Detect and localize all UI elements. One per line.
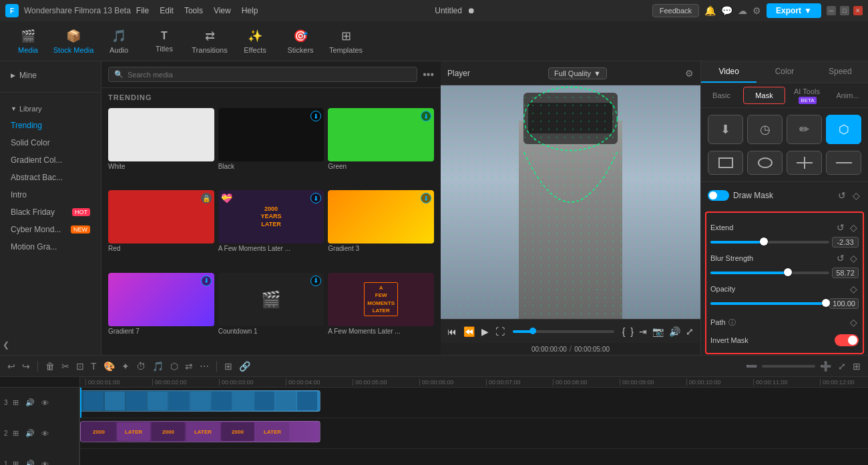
- track-3-vol-btn[interactable]: 🔊: [23, 396, 37, 409]
- tl-crop-btn[interactable]: ⊡: [74, 359, 86, 374]
- nav-audio[interactable]: 🎵 Audio: [97, 24, 140, 59]
- media-item-gradient7[interactable]: ⬇ Gradient 7: [108, 273, 214, 351]
- menu-tools[interactable]: Tools: [184, 6, 203, 15]
- maximize-button[interactable]: □: [840, 6, 849, 15]
- time-handle[interactable]: [529, 328, 536, 334]
- blur-slider[interactable]: [710, 272, 829, 274]
- export-button[interactable]: Export ▼: [767, 3, 821, 18]
- expand-button[interactable]: ⤢: [684, 325, 695, 338]
- sidebar-item-solid-color[interactable]: Solid Color: [0, 134, 101, 151]
- close-button[interactable]: ✕: [853, 6, 863, 15]
- tl-fit-btn[interactable]: ⤢: [836, 359, 848, 374]
- sidebar-item-intro[interactable]: Intro: [0, 186, 101, 203]
- media-item-black[interactable]: ⬇ Black: [218, 108, 324, 186]
- track-1-layer-btn[interactable]: ⊞: [11, 458, 21, 465]
- panel-collapse-btn[interactable]: ❮: [0, 335, 12, 355]
- feedback-button[interactable]: Feedback: [652, 4, 699, 17]
- sidebar-item-gradient-col[interactable]: Gradient Col...: [0, 151, 101, 169]
- track-3-layer-btn[interactable]: ⊞: [11, 396, 21, 409]
- tl-redo-btn[interactable]: ↪: [20, 359, 32, 374]
- nav-media[interactable]: 🎬 Media: [7, 24, 49, 59]
- tab-mask[interactable]: Mask: [743, 87, 785, 104]
- snapshot-button[interactable]: 📷: [651, 325, 665, 338]
- media-item-white[interactable]: White: [108, 108, 214, 186]
- volume-button[interactable]: 🔊: [668, 325, 682, 338]
- extend-slider[interactable]: [710, 241, 829, 244]
- mask-cross-btn[interactable]: [787, 151, 822, 175]
- mark-in-button[interactable]: {: [621, 325, 627, 338]
- tab-speed[interactable]: Speed: [813, 61, 868, 83]
- tl-text-btn[interactable]: T: [89, 359, 99, 374]
- tl-audio-btn[interactable]: 🎵: [150, 359, 166, 374]
- media-item-few-moments-2[interactable]: AFEWMOMENTSLATER A Few Moments Later ...: [328, 273, 434, 351]
- icon-settings[interactable]: ⚙: [752, 5, 761, 16]
- track-2-vol-btn[interactable]: 🔊: [23, 427, 37, 440]
- media-item-green[interactable]: ⬇ Green: [328, 108, 434, 186]
- icon-cloud[interactable]: ☁: [738, 5, 747, 16]
- nav-templates[interactable]: ⊞ Templates: [324, 24, 367, 59]
- search-input[interactable]: [128, 71, 411, 79]
- mask-download-btn[interactable]: ⬇: [708, 115, 743, 144]
- draw-mask-diamond-btn[interactable]: ◇: [851, 189, 861, 202]
- sidebar-item-abstract-bac[interactable]: Abstract Bac...: [0, 169, 101, 186]
- tl-speed-btn[interactable]: ⏱: [134, 359, 148, 374]
- extend-handle[interactable]: [760, 238, 768, 246]
- icon-bell[interactable]: 🔔: [704, 5, 716, 16]
- opacity-handle[interactable]: [822, 299, 830, 307]
- media-item-gradient3[interactable]: ⬇ Gradient 3: [328, 190, 434, 268]
- tl-transition-btn[interactable]: ⇄: [183, 359, 195, 374]
- extend-diamond-btn[interactable]: ◇: [849, 221, 859, 234]
- nav-effects[interactable]: ✨ Effects: [234, 24, 276, 59]
- tl-zoom-slider[interactable]: [762, 365, 815, 368]
- track-2-vis-btn[interactable]: 👁: [39, 428, 51, 440]
- tab-anim[interactable]: Anim...: [827, 87, 868, 103]
- media-item-countdown1[interactable]: 🎬 ⬇ Countdown 1: [218, 273, 324, 351]
- player-quality-selector[interactable]: Full Quality ▼: [548, 67, 607, 79]
- extend-reset-btn[interactable]: ↺: [835, 221, 846, 234]
- tl-ai-btn[interactable]: ✦: [120, 359, 132, 374]
- play-button[interactable]: ▶: [480, 325, 490, 338]
- mask-clock-btn[interactable]: ◷: [747, 115, 783, 144]
- menu-file[interactable]: File: [136, 6, 149, 15]
- sidebar-item-motion-gra[interactable]: Motion Gra...: [0, 238, 101, 256]
- tab-basic[interactable]: Basic: [701, 87, 742, 103]
- tl-grid-btn[interactable]: ⊞: [851, 359, 863, 374]
- track-3-clip[interactable]: [80, 390, 320, 412]
- track-1-vis-btn[interactable]: 👁: [39, 458, 51, 466]
- nav-stickers[interactable]: 🎯 Stickers: [279, 24, 322, 59]
- mask-rect-btn[interactable]: [708, 151, 743, 175]
- mine-item[interactable]: ▶ Mine: [0, 67, 101, 84]
- menu-view[interactable]: View: [214, 6, 231, 15]
- icon-msg[interactable]: 💬: [721, 5, 732, 16]
- blur-diamond-btn[interactable]: ◇: [849, 252, 859, 265]
- tl-zoom-in-btn[interactable]: ➕: [818, 359, 833, 374]
- nav-transitions[interactable]: ⇄ Transitions: [188, 24, 231, 59]
- draw-mask-toggle[interactable]: [708, 190, 729, 201]
- player-timeline[interactable]: [513, 330, 614, 333]
- tl-group-btn[interactable]: ⊞: [222, 359, 234, 374]
- tl-link-btn[interactable]: 🔗: [237, 359, 252, 374]
- opacity-diamond-btn[interactable]: ◇: [849, 282, 859, 296]
- player-settings-icon[interactable]: ⚙: [685, 68, 694, 79]
- nav-stock-media[interactable]: 📦 Stock Media: [52, 24, 95, 59]
- track-2-clip[interactable]: 2000 LATER 2000 LATER 2000 LATER: [80, 421, 320, 442]
- skip-back-button[interactable]: ⏮: [446, 325, 458, 338]
- tl-cut-btn[interactable]: ✂: [59, 359, 71, 374]
- tab-video[interactable]: Video: [701, 61, 756, 83]
- media-item-red[interactable]: 🔒 Red: [108, 190, 214, 268]
- tab-color[interactable]: Color: [756, 61, 812, 83]
- mask-lasso-btn[interactable]: ⬡: [826, 115, 861, 144]
- tl-more-btn[interactable]: ⋯: [198, 359, 211, 374]
- mark-out-button[interactable]: }: [629, 325, 635, 338]
- track-2-layer-btn[interactable]: ⊞: [11, 427, 21, 440]
- mask-line-btn[interactable]: [826, 151, 861, 175]
- path-diamond-btn[interactable]: ◇: [849, 316, 859, 329]
- track-3-vis-btn[interactable]: 👁: [39, 397, 51, 409]
- menu-help[interactable]: Help: [242, 6, 258, 15]
- tl-zoom-out-btn[interactable]: ➖: [744, 359, 759, 374]
- media-item-few-moments-1[interactable]: 2000YEARSLATER 💝 ⬇ A Few Moments Later .…: [218, 190, 324, 268]
- nav-titles[interactable]: T Titles: [143, 24, 186, 59]
- tl-delete-btn[interactable]: 🗑: [43, 359, 57, 374]
- media-more-icon[interactable]: •••: [423, 69, 434, 81]
- draw-mask-reset-btn[interactable]: ↺: [837, 189, 847, 202]
